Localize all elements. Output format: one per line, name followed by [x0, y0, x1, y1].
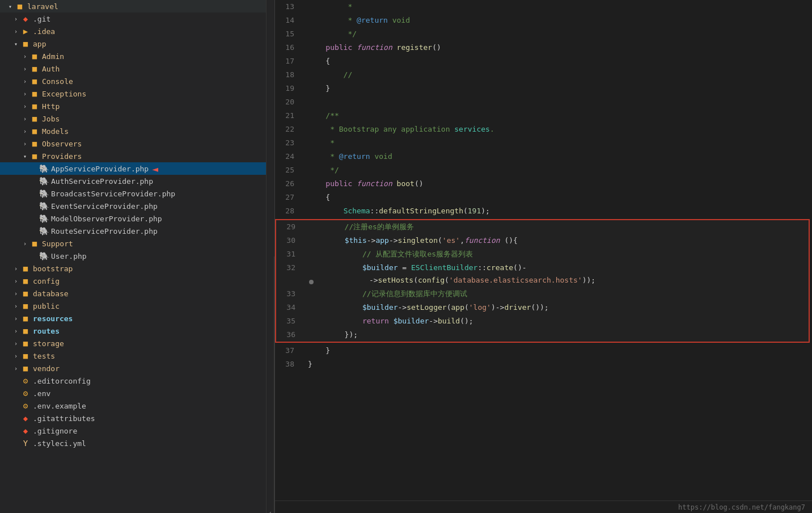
line-content-21: /**	[303, 109, 812, 123]
sidebar-item-auth[interactable]: › ■ Auth	[0, 62, 266, 75]
line-num-36: 36	[276, 328, 304, 342]
storage-folder-icon: ■	[20, 339, 31, 348]
sidebar-item-styleci[interactable]: › Y .styleci.yml	[0, 437, 266, 449]
jobs-label: Jobs	[42, 115, 60, 123]
sidebar-collapse-button[interactable]: ‹	[267, 256, 274, 513]
routes-arrow: ›	[11, 328, 20, 334]
code-line-18: 18 //	[275, 68, 812, 82]
sidebar-item-routes[interactable]: › ■ routes	[0, 325, 266, 337]
public-arrow: ›	[11, 303, 20, 309]
sidebar-item-models[interactable]: › ■ Models	[0, 125, 266, 137]
resources-folder-icon: ■	[20, 314, 31, 323]
line-content-28: Schema::defaultStringLength(191);	[303, 204, 812, 218]
sidebar-item-bootstrap[interactable]: › ■ bootstrap	[0, 262, 266, 275]
observers-label: Observers	[42, 140, 82, 148]
sidebar-item-gitattributes[interactable]: › ◆ .gitattributes	[0, 412, 266, 424]
tests-folder-icon: ■	[20, 351, 31, 360]
jobs-folder-icon: ■	[29, 114, 40, 123]
red-arrow-indicator: ◄	[152, 163, 158, 175]
line-num-13: 13	[275, 0, 303, 14]
sidebar-item-providers[interactable]: ▾ ■ Providers	[0, 150, 266, 162]
routes-folder-icon: ■	[20, 326, 31, 335]
resources-arrow: ›	[11, 316, 20, 322]
sidebar-item-env[interactable]: › ⚙ .env	[0, 387, 266, 400]
sidebar-item-support[interactable]: › ■ Support	[0, 237, 266, 250]
sidebar-item-eventserviceprovider[interactable]: › 🐘 EventServiceProvider.php	[0, 200, 266, 212]
sidebar-item-public[interactable]: › ■ public	[0, 300, 266, 312]
sidebar-item-routeserviceprovider[interactable]: › 🐘 RouteServiceProvider.php	[0, 225, 266, 237]
sidebar-item-exceptions[interactable]: › ■ Exceptions	[0, 87, 266, 100]
idea-arrow: ›	[11, 28, 20, 35]
envex-label: .env.example	[33, 402, 86, 410]
sidebar-item-console[interactable]: › ■ Console	[0, 75, 266, 87]
sidebar: ▾ ■ laravel › ◆ .git › ▶ .idea ▾ ■ app ›…	[0, 0, 267, 513]
code-line-21: 21 /**	[275, 109, 812, 123]
sidebar-item-broadcastserviceprovider[interactable]: › 🐘 BroadcastServiceProvider.php	[0, 187, 266, 200]
http-folder-icon: ■	[29, 102, 40, 111]
sidebar-item-storage[interactable]: › ■ storage	[0, 337, 266, 350]
observers-folder-icon: ■	[29, 139, 40, 148]
code-line-30: 30 $this->app->singleton('es',function (…	[276, 234, 809, 247]
modelop-arrow: ›	[29, 216, 39, 222]
editor-area: 13 * 14 * @return void 15 */ 16 public f…	[275, 0, 812, 513]
line-content-30: $this->app->singleton('es',function (){	[304, 234, 809, 247]
sidebar-item-config[interactable]: › ■ config	[0, 275, 266, 287]
line-content-27: {	[303, 191, 812, 204]
sidebar-item-tests[interactable]: › ■ tests	[0, 350, 266, 362]
idea-folder-icon: ▶	[20, 27, 31, 36]
jobs-arrow: ›	[20, 116, 29, 122]
gitignore-arrow: ›	[11, 428, 20, 434]
sidebar-item-database[interactable]: › ■ database	[0, 287, 266, 300]
sidebar-root[interactable]: ▾ ■ laravel	[0, 0, 266, 12]
line-content-38: }	[303, 358, 812, 371]
sidebar-item-editorconfig[interactable]: › ⚙ .editorconfig	[0, 375, 266, 387]
sidebar-item-git[interactable]: › ◆ .git	[0, 12, 266, 25]
line-num-24: 24	[275, 150, 303, 163]
support-arrow: ›	[20, 241, 29, 247]
sidebar-item-modelobserverprovider[interactable]: › 🐘 ModelObserverProvider.php	[0, 212, 266, 225]
editorconfig-icon: ⚙	[20, 376, 31, 385]
line-num-19: 19	[275, 82, 303, 95]
code-line-13: 13 *	[275, 0, 812, 14]
code-line-26: 26 public function boot()	[275, 177, 812, 191]
code-area[interactable]: 13 * 14 * @return void 15 */ 16 public f…	[275, 0, 812, 501]
eventsp-arrow: ›	[29, 203, 39, 209]
sidebar-item-admin[interactable]: › ■ Admin	[0, 50, 266, 62]
providers-arrow: ▾	[20, 153, 29, 159]
auth-folder-icon: ■	[29, 64, 40, 73]
sidebar-item-idea[interactable]: › ▶ .idea	[0, 25, 266, 37]
sidebar-item-user[interactable]: › 🐘 User.php	[0, 250, 266, 262]
sidebar-item-jobs[interactable]: › ■ Jobs	[0, 112, 266, 125]
modelop-label: ModelObserverProvider.php	[51, 215, 162, 223]
routesp-php-icon: 🐘	[39, 226, 49, 236]
git-label: .git	[33, 15, 50, 23]
sidebar-item-authserviceprovider[interactable]: › 🐘 AuthServiceProvider.php	[0, 175, 266, 187]
admin-arrow: ›	[20, 53, 29, 60]
line-num-25: 25	[275, 163, 303, 177]
modelop-php-icon: 🐘	[39, 214, 49, 223]
exceptions-arrow: ›	[20, 91, 29, 97]
line-content-22: * Bootstrap any application services.	[303, 123, 812, 136]
console-label: Console	[42, 77, 73, 86]
sidebar-item-app[interactable]: ▾ ■ app	[0, 37, 266, 50]
database-label: database	[33, 289, 69, 298]
line-num-33: 33	[276, 287, 304, 301]
line-num-37: 37	[275, 344, 303, 358]
sidebar-item-http[interactable]: › ■ Http	[0, 100, 266, 112]
sidebar-item-observers[interactable]: › ■ Observers	[0, 137, 266, 150]
line-num-18: 18	[275, 68, 303, 82]
bootstrap-label: bootstrap	[33, 264, 73, 273]
exceptions-folder-icon: ■	[29, 89, 40, 98]
public-label: public	[33, 302, 60, 310]
sidebar-item-gitignore[interactable]: › ◆ .gitignore	[0, 424, 266, 437]
sidebar-item-env-example[interactable]: › ⚙ .env.example	[0, 400, 266, 412]
sidebar-item-appserviceprovider[interactable]: › 🐘 AppServiceProvider.php ◄	[0, 162, 266, 175]
line-content-25: */	[303, 163, 812, 177]
editorconfig-arrow: ›	[11, 378, 20, 384]
app-label: app	[33, 40, 46, 48]
auth-label: Auth	[42, 65, 60, 73]
sidebar-item-vendor[interactable]: › ■ vendor	[0, 362, 266, 375]
line-num-27: 27	[275, 191, 303, 204]
line-num-29: 29	[276, 220, 304, 234]
sidebar-item-resources[interactable]: › ■ resources	[0, 312, 266, 325]
